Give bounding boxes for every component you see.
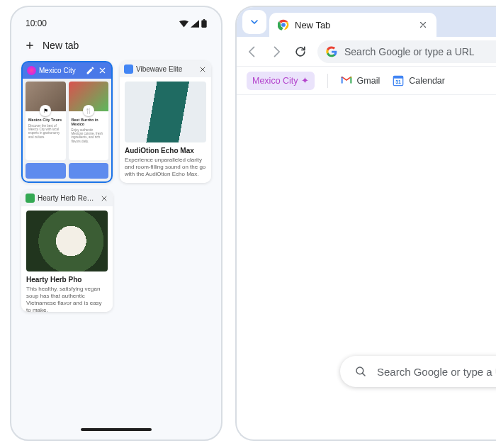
tab-thumbnail: AudiOtion Echo Max Experience unparallel… xyxy=(120,77,211,183)
svg-rect-8 xyxy=(394,76,403,78)
back-button[interactable] xyxy=(245,45,259,59)
tab-strip: New Tab xyxy=(237,7,496,37)
status-bar: 10:00 xyxy=(20,17,213,35)
search-icon xyxy=(354,365,367,378)
close-icon[interactable] xyxy=(99,194,108,203)
group-subtab[interactable]: ⚑ Mexico City Tours Discover the best of… xyxy=(26,82,66,160)
svg-text:31: 31 xyxy=(396,79,402,84)
card-title: Hearty Herb Pho xyxy=(26,276,108,284)
tab-thumbnail: ⚑ Mexico City Tours Discover the best of… xyxy=(23,79,111,181)
card-description: This healthy, satisfying vegan soup has … xyxy=(26,286,108,312)
group-subtab[interactable]: 🍴 Best Burrito in Mexico Enjoy authentic… xyxy=(69,82,109,160)
signal-icon xyxy=(191,20,199,28)
tab-title: Hearty Herb Recipe xyxy=(38,194,96,202)
chip-label: Mexico City xyxy=(252,76,298,86)
calendar-icon: 31 xyxy=(393,75,404,86)
toolbar: Search Google or type a URL xyxy=(237,37,496,67)
svg-rect-1 xyxy=(203,19,205,21)
reload-button[interactable] xyxy=(293,45,308,59)
tab-header: Mexico City xyxy=(23,62,111,79)
tab-group-chip[interactable]: Mexico City ✦ xyxy=(247,72,315,90)
favicon-icon xyxy=(26,194,35,203)
svg-point-4 xyxy=(281,23,286,27)
clock: 10:00 xyxy=(26,18,47,28)
bookmark-calendar[interactable]: 31 Calendar xyxy=(393,75,445,86)
tab-header: Vibewave Elite xyxy=(120,61,211,77)
battery-icon xyxy=(201,19,207,28)
new-tab-label: New tab xyxy=(43,40,79,51)
group-subtab-empty xyxy=(26,163,66,179)
collapse-tabstrip-button[interactable] xyxy=(242,10,266,34)
ntp-search-box[interactable]: Search Google or type a URL xyxy=(340,356,496,387)
tablet-frame: New Tab Search Google or ty xyxy=(235,6,496,441)
status-icons xyxy=(179,19,207,28)
phone-frame: 10:00 New tab Mexico City xyxy=(10,6,222,441)
recipe-image xyxy=(26,211,108,271)
tab-title: Vibewave Elite xyxy=(136,65,195,73)
tab-card-hearty-herb[interactable]: Hearty Herb Recipe Hearty Herb Pho This … xyxy=(21,190,113,312)
group-color-dot-icon xyxy=(27,66,36,75)
close-icon[interactable] xyxy=(198,65,207,74)
bookmark-label: Calendar xyxy=(409,76,445,86)
ntp-search-placeholder: Search Google or type a URL xyxy=(377,366,496,378)
bookmarks-bar: Mexico City ✦ Gmail xyxy=(237,67,496,95)
close-icon[interactable] xyxy=(418,20,428,30)
tab-thumbnail: Hearty Herb Pho This healthy, satisfying… xyxy=(21,206,113,312)
wifi-icon xyxy=(179,20,188,28)
gmail-icon xyxy=(341,75,352,86)
svg-rect-5 xyxy=(341,77,342,83)
separator xyxy=(327,74,328,88)
subtab-desc: Discover the best of Mexico City with lo… xyxy=(26,124,66,141)
svg-rect-0 xyxy=(201,20,206,28)
google-g-icon xyxy=(326,46,337,57)
card-description: Experience unparalleled clarity and room… xyxy=(125,157,206,178)
tab-overview-grid: Mexico City ⚑ Mexico City Tours Discover… xyxy=(20,61,213,312)
svg-rect-6 xyxy=(350,77,351,83)
new-tab-button[interactable]: New tab xyxy=(20,35,213,61)
favicon-icon xyxy=(124,65,133,74)
tab-title: Mexico City xyxy=(39,67,83,74)
chevron-down-icon xyxy=(249,16,260,28)
product-image xyxy=(125,82,206,142)
group-subtab-empty xyxy=(69,163,109,179)
close-icon[interactable] xyxy=(98,66,107,75)
plus-icon xyxy=(24,40,35,51)
pencil-icon[interactable] xyxy=(86,66,95,75)
subtab-desc: Enjoy authentic Mexican cuisine, fresh i… xyxy=(69,128,109,145)
card-title: AudiOtion Echo Max xyxy=(125,147,206,155)
omnibox[interactable]: Search Google or type a URL xyxy=(317,40,496,63)
bookmark-label: Gmail xyxy=(357,76,381,86)
browser-tab-label: New Tab xyxy=(295,20,412,30)
omnibox-placeholder: Search Google or type a URL xyxy=(344,46,475,57)
new-tab-page: Search Google or type a URL xyxy=(237,95,496,439)
chrome-icon xyxy=(278,19,289,30)
bookmark-gmail[interactable]: Gmail xyxy=(341,75,381,86)
fork-knife-icon: 🍴 xyxy=(83,105,94,116)
flag-icon: ⚑ xyxy=(40,105,51,116)
tab-header: Hearty Herb Recipe xyxy=(21,190,113,206)
sparkle-icon: ✦ xyxy=(301,75,309,86)
tab-card-mexico-city[interactable]: Mexico City ⚑ Mexico City Tours Discover… xyxy=(21,61,113,183)
tab-card-vibewave[interactable]: Vibewave Elite AudiOtion Echo Max Experi… xyxy=(120,61,211,183)
home-indicator[interactable] xyxy=(81,428,152,431)
forward-button[interactable] xyxy=(269,45,283,59)
browser-tab[interactable]: New Tab xyxy=(269,13,436,37)
